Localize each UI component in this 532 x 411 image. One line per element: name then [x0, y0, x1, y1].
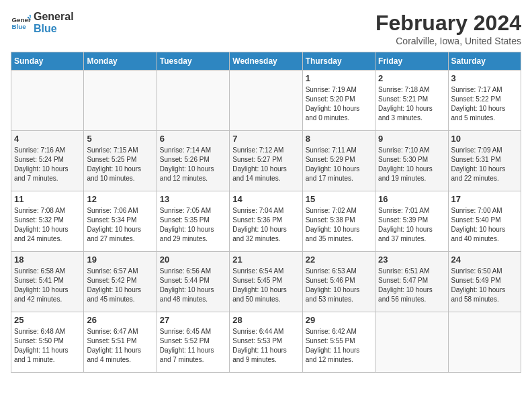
logo-general: General [34, 11, 74, 23]
day-info: Sunrise: 7:14 AM Sunset: 5:26 PM Dayligh… [160, 146, 226, 183]
day-number: 27 [160, 315, 226, 325]
day-info: Sunrise: 6:56 AM Sunset: 5:44 PM Dayligh… [160, 267, 226, 304]
calendar-cell [448, 312, 521, 373]
col-header-thursday: Thursday [302, 52, 375, 71]
day-number: 9 [378, 134, 445, 144]
day-info: Sunrise: 6:57 AM Sunset: 5:42 PM Dayligh… [87, 267, 153, 304]
day-info: Sunrise: 7:05 AM Sunset: 5:35 PM Dayligh… [160, 206, 226, 244]
calendar-cell: 26Sunrise: 6:47 AM Sunset: 5:51 PM Dayli… [84, 312, 157, 373]
calendar-cell: 22Sunrise: 6:53 AM Sunset: 5:46 PM Dayli… [302, 252, 375, 312]
day-number: 3 [451, 73, 518, 83]
page-title: February 2024 [375, 11, 521, 36]
day-info: Sunrise: 6:53 AM Sunset: 5:46 PM Dayligh… [306, 267, 372, 304]
calendar-cell: 18Sunrise: 6:58 AM Sunset: 5:41 PM Dayli… [11, 252, 84, 312]
day-number: 10 [451, 134, 518, 144]
calendar-cell: 8Sunrise: 7:11 AM Sunset: 5:29 PM Daylig… [302, 131, 375, 191]
title-area: February 2024 Coralville, Iowa, United S… [375, 11, 521, 46]
day-info: Sunrise: 7:16 AM Sunset: 5:24 PM Dayligh… [14, 146, 81, 183]
day-number: 23 [378, 255, 445, 265]
calendar-cell: 4Sunrise: 7:16 AM Sunset: 5:24 PM Daylig… [11, 131, 84, 191]
day-number: 25 [14, 315, 81, 325]
calendar-cell: 3Sunrise: 7:17 AM Sunset: 5:22 PM Daylig… [448, 71, 521, 131]
day-info: Sunrise: 7:02 AM Sunset: 5:38 PM Dayligh… [306, 206, 372, 244]
calendar-cell [230, 71, 302, 131]
calendar-cell [157, 71, 229, 131]
day-number: 12 [87, 194, 153, 204]
day-number: 2 [378, 73, 445, 83]
day-number: 14 [232, 194, 299, 204]
day-number: 4 [14, 134, 81, 144]
day-info: Sunrise: 7:10 AM Sunset: 5:30 PM Dayligh… [378, 146, 445, 183]
calendar-cell: 2Sunrise: 7:18 AM Sunset: 5:21 PM Daylig… [375, 71, 448, 131]
day-number: 20 [160, 255, 226, 265]
day-info: Sunrise: 6:50 AM Sunset: 5:49 PM Dayligh… [451, 267, 518, 304]
calendar-cell [11, 71, 84, 131]
day-number: 28 [232, 315, 299, 325]
calendar-cell: 21Sunrise: 6:54 AM Sunset: 5:45 PM Dayli… [230, 252, 302, 312]
calendar-cell: 12Sunrise: 7:06 AM Sunset: 5:34 PM Dayli… [84, 191, 157, 252]
logo-icon: General Blue [11, 13, 31, 33]
day-info: Sunrise: 6:45 AM Sunset: 5:52 PM Dayligh… [160, 327, 226, 365]
day-info: Sunrise: 7:08 AM Sunset: 5:32 PM Dayligh… [14, 206, 81, 244]
col-header-wednesday: Wednesday [230, 52, 302, 71]
calendar-cell: 28Sunrise: 6:44 AM Sunset: 5:53 PM Dayli… [230, 312, 302, 373]
calendar-cell: 5Sunrise: 7:15 AM Sunset: 5:25 PM Daylig… [84, 131, 157, 191]
calendar-cell: 19Sunrise: 6:57 AM Sunset: 5:42 PM Dayli… [84, 252, 157, 312]
calendar-cell: 14Sunrise: 7:04 AM Sunset: 5:36 PM Dayli… [230, 191, 302, 252]
calendar-table: SundayMondayTuesdayWednesdayThursdayFrid… [11, 52, 521, 373]
day-info: Sunrise: 7:09 AM Sunset: 5:31 PM Dayligh… [451, 146, 518, 183]
day-number: 11 [14, 194, 81, 204]
day-number: 29 [306, 315, 372, 325]
day-info: Sunrise: 7:18 AM Sunset: 5:21 PM Dayligh… [378, 85, 445, 123]
day-number: 16 [378, 194, 445, 204]
calendar-week-3: 11Sunrise: 7:08 AM Sunset: 5:32 PM Dayli… [11, 191, 521, 252]
day-info: Sunrise: 7:01 AM Sunset: 5:39 PM Dayligh… [378, 206, 445, 244]
calendar-cell: 17Sunrise: 7:00 AM Sunset: 5:40 PM Dayli… [448, 191, 521, 252]
day-number: 21 [232, 255, 299, 265]
col-header-friday: Friday [375, 52, 448, 71]
day-number: 15 [306, 194, 372, 204]
calendar-cell: 6Sunrise: 7:14 AM Sunset: 5:26 PM Daylig… [157, 131, 229, 191]
day-info: Sunrise: 7:17 AM Sunset: 5:22 PM Dayligh… [451, 85, 518, 123]
calendar-cell: 29Sunrise: 6:42 AM Sunset: 5:55 PM Dayli… [302, 312, 375, 373]
day-info: Sunrise: 6:44 AM Sunset: 5:53 PM Dayligh… [232, 327, 299, 365]
calendar-cell: 11Sunrise: 7:08 AM Sunset: 5:32 PM Dayli… [11, 191, 84, 252]
day-number: 17 [451, 194, 518, 204]
day-info: Sunrise: 6:51 AM Sunset: 5:47 PM Dayligh… [378, 267, 445, 304]
day-info: Sunrise: 7:00 AM Sunset: 5:40 PM Dayligh… [451, 206, 518, 244]
day-info: Sunrise: 6:48 AM Sunset: 5:50 PM Dayligh… [14, 327, 81, 365]
col-header-sunday: Sunday [11, 52, 84, 71]
calendar-cell: 10Sunrise: 7:09 AM Sunset: 5:31 PM Dayli… [448, 131, 521, 191]
calendar-cell: 7Sunrise: 7:12 AM Sunset: 5:27 PM Daylig… [230, 131, 302, 191]
day-number: 7 [232, 134, 299, 144]
calendar-cell: 25Sunrise: 6:48 AM Sunset: 5:50 PM Dayli… [11, 312, 84, 373]
svg-text:Blue: Blue [12, 23, 27, 30]
calendar-cell: 24Sunrise: 6:50 AM Sunset: 5:49 PM Dayli… [448, 252, 521, 312]
day-number: 13 [160, 194, 226, 204]
logo-blue: Blue [34, 23, 74, 35]
col-header-monday: Monday [84, 52, 157, 71]
day-number: 22 [306, 255, 372, 265]
calendar-cell: 20Sunrise: 6:56 AM Sunset: 5:44 PM Dayli… [157, 252, 229, 312]
day-info: Sunrise: 7:15 AM Sunset: 5:25 PM Dayligh… [87, 146, 153, 183]
calendar-cell: 15Sunrise: 7:02 AM Sunset: 5:38 PM Dayli… [302, 191, 375, 252]
day-info: Sunrise: 7:19 AM Sunset: 5:20 PM Dayligh… [306, 85, 372, 123]
day-info: Sunrise: 7:06 AM Sunset: 5:34 PM Dayligh… [87, 206, 153, 244]
day-info: Sunrise: 7:04 AM Sunset: 5:36 PM Dayligh… [232, 206, 299, 244]
calendar-cell: 16Sunrise: 7:01 AM Sunset: 5:39 PM Dayli… [375, 191, 448, 252]
day-number: 24 [451, 255, 518, 265]
page-subtitle: Coralville, Iowa, United States [375, 36, 521, 46]
day-number: 1 [306, 73, 372, 83]
calendar-week-4: 18Sunrise: 6:58 AM Sunset: 5:41 PM Dayli… [11, 252, 521, 312]
calendar-week-5: 25Sunrise: 6:48 AM Sunset: 5:50 PM Dayli… [11, 312, 521, 373]
day-number: 18 [14, 255, 81, 265]
day-info: Sunrise: 6:47 AM Sunset: 5:51 PM Dayligh… [87, 327, 153, 365]
calendar-week-1: 1Sunrise: 7:19 AM Sunset: 5:20 PM Daylig… [11, 71, 521, 131]
calendar-cell: 13Sunrise: 7:05 AM Sunset: 5:35 PM Dayli… [157, 191, 229, 252]
logo: General Blue General Blue [11, 11, 74, 34]
day-info: Sunrise: 7:11 AM Sunset: 5:29 PM Dayligh… [306, 146, 372, 183]
day-info: Sunrise: 6:54 AM Sunset: 5:45 PM Dayligh… [232, 267, 299, 304]
day-number: 5 [87, 134, 153, 144]
col-header-saturday: Saturday [448, 52, 521, 71]
page-header: General Blue General Blue February 2024 … [11, 11, 521, 46]
